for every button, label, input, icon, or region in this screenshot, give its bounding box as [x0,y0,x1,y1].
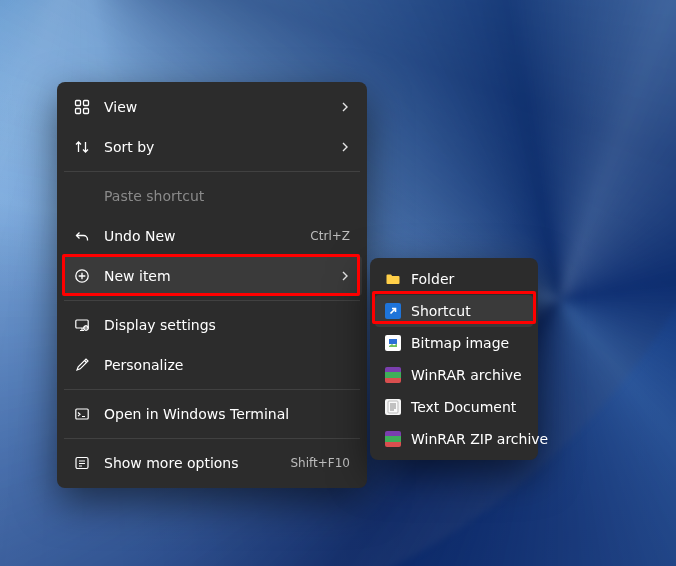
svg-rect-11 [388,401,398,413]
view-icon [74,99,90,115]
terminal-icon [74,406,90,422]
submenu-label: Bitmap image [411,335,523,351]
menu-item-display-settings[interactable]: Display settings [62,305,362,345]
personalize-icon [74,357,90,373]
submenu-label: Shortcut [411,303,523,319]
display-settings-icon [74,317,90,333]
svg-rect-5 [76,320,88,328]
chevron-right-icon [340,271,350,281]
menu-label: View [104,99,340,115]
submenu-label: WinRAR ZIP archive [411,431,548,447]
menu-label: Open in Windows Terminal [104,406,350,422]
menu-accelerator: Ctrl+Z [310,229,350,243]
submenu-item-txt[interactable]: Text Document [375,391,533,423]
svg-rect-1 [84,101,89,106]
menu-item-open-terminal[interactable]: Open in Windows Terminal [62,394,362,434]
blank-icon [74,188,90,204]
menu-separator [64,389,360,390]
svg-rect-2 [76,109,81,114]
menu-item-show-more[interactable]: Show more options Shift+F10 [62,443,362,483]
chevron-right-icon [340,142,350,152]
undo-icon [74,228,90,244]
submenu-item-zip[interactable]: WinRAR ZIP archive [375,423,533,455]
svg-rect-0 [76,101,81,106]
show-more-icon [74,455,90,471]
menu-accelerator: Shift+F10 [290,456,350,470]
text-document-icon [385,399,401,415]
menu-label: Show more options [104,455,282,471]
menu-label: Display settings [104,317,350,333]
svg-rect-7 [76,409,88,419]
menu-label: Personalize [104,357,350,373]
submenu-label: Folder [411,271,523,287]
submenu-item-bitmap[interactable]: Bitmap image [375,327,533,359]
submenu-item-shortcut[interactable]: Shortcut [375,295,533,327]
menu-label: Paste shortcut [104,188,350,204]
desktop-context-menu: View Sort by Paste shortcut Undo New Ctr… [57,82,367,488]
sort-icon [74,139,90,155]
menu-separator [64,300,360,301]
winrar-icon [385,367,401,383]
menu-item-paste-shortcut: Paste shortcut [62,176,362,216]
new-item-icon [74,268,90,284]
svg-rect-10 [389,339,397,344]
chevron-right-icon [340,102,350,112]
menu-separator [64,438,360,439]
menu-item-personalize[interactable]: Personalize [62,345,362,385]
submenu-item-rar[interactable]: WinRAR archive [375,359,533,391]
new-item-submenu: Folder Shortcut Bitmap image WinRAR arch… [370,258,538,460]
bitmap-icon [385,335,401,351]
winrar-zip-icon [385,431,401,447]
submenu-label: Text Document [411,399,523,415]
menu-separator [64,171,360,172]
svg-rect-3 [84,109,89,114]
shortcut-icon [385,303,401,319]
folder-icon [385,271,401,287]
menu-item-new-item[interactable]: New item [62,256,362,296]
menu-item-view[interactable]: View [62,87,362,127]
menu-item-sort-by[interactable]: Sort by [62,127,362,167]
menu-label: Undo New [104,228,302,244]
menu-label: New item [104,268,340,284]
menu-item-undo[interactable]: Undo New Ctrl+Z [62,216,362,256]
submenu-label: WinRAR archive [411,367,523,383]
submenu-item-folder[interactable]: Folder [375,263,533,295]
menu-label: Sort by [104,139,340,155]
